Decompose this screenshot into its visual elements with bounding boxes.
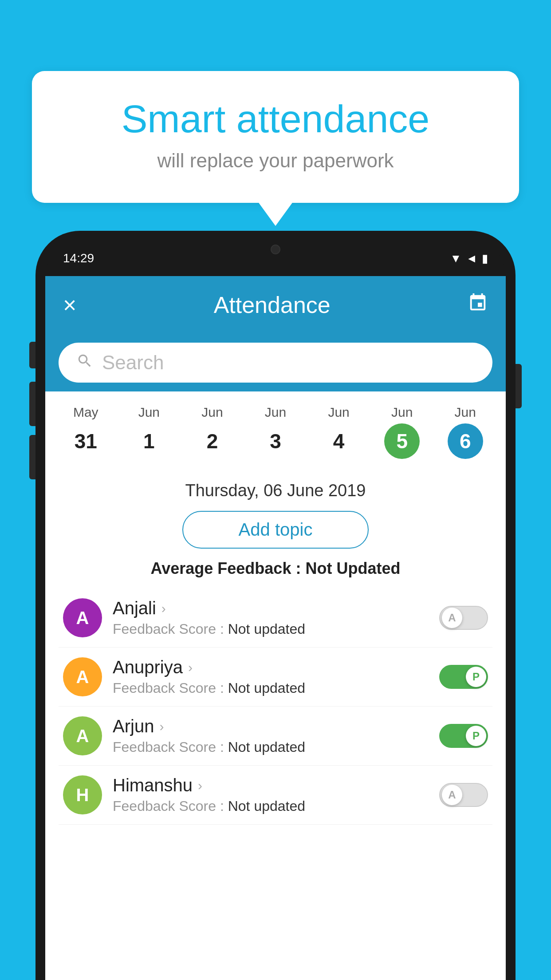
- attendance-toggle-1[interactable]: P: [439, 665, 488, 689]
- phone-frame: 14:29 ▼ ◄ ▮ × Attendance: [35, 231, 516, 980]
- app-header: × Attendance: [45, 276, 506, 334]
- student-avatar-0: A: [63, 598, 102, 637]
- attendance-toggle-3[interactable]: A: [439, 783, 488, 807]
- avg-feedback: Average Feedback : Not Updated: [59, 559, 492, 578]
- chevron-icon-1: ›: [188, 660, 193, 675]
- signal-icon: ◄: [466, 252, 477, 265]
- add-topic-button[interactable]: Add topic: [182, 511, 369, 549]
- student-info-1: Anupriya › Feedback Score : Not updated: [113, 657, 429, 696]
- calendar-strip: May 31 Jun 1 Jun 2 Jun 3 Jun 4 Jun 5: [45, 391, 506, 463]
- volume-down-button: [29, 382, 35, 426]
- student-info-0: Anjali › Feedback Score : Not updated: [113, 598, 429, 637]
- cal-num-4: 4: [321, 423, 357, 459]
- calendar-day-jun5[interactable]: Jun 5: [370, 400, 434, 463]
- search-placeholder: Search: [102, 352, 164, 374]
- content-area: Thursday, 06 June 2019 Add topic Average…: [45, 463, 506, 834]
- power-button: [516, 364, 522, 408]
- cal-month-2: Jun: [181, 405, 244, 420]
- cal-num-2: 2: [194, 423, 230, 459]
- student-item-1[interactable]: A Anupriya › Feedback Score : Not update…: [59, 648, 492, 707]
- search-bar[interactable]: Search: [59, 343, 492, 383]
- chevron-icon-2: ›: [159, 719, 164, 734]
- phone-notch: [249, 241, 302, 258]
- student-name-2: Arjun ›: [113, 716, 429, 736]
- student-feedback-3: Feedback Score : Not updated: [113, 798, 429, 814]
- student-avatar-1: A: [63, 657, 102, 696]
- app-title: Attendance: [90, 292, 454, 318]
- bubble-subtitle: will replace your paperwork: [67, 150, 484, 172]
- toggle-knob-2: P: [466, 726, 486, 746]
- camera: [271, 245, 280, 254]
- search-container: Search: [45, 334, 506, 391]
- toggle-knob-0: A: [442, 608, 462, 628]
- student-list: A Anjali › Feedback Score : Not updated …: [59, 589, 492, 825]
- selected-date: Thursday, 06 June 2019: [59, 481, 492, 500]
- student-feedback-0: Feedback Score : Not updated: [113, 621, 429, 637]
- cal-month-5: Jun: [370, 405, 434, 420]
- calendar-day-jun6[interactable]: Jun 6: [433, 400, 497, 463]
- calendar-icon[interactable]: [468, 292, 488, 318]
- student-avatar-2: A: [63, 716, 102, 755]
- calendar-day-jun1[interactable]: Jun 1: [118, 400, 181, 463]
- cal-num-3: 3: [258, 423, 293, 459]
- close-button[interactable]: ×: [63, 292, 76, 318]
- phone-screen: × Attendance Search May: [45, 276, 506, 980]
- avg-feedback-label: Average Feedback :: [151, 559, 301, 577]
- volume-up-button: [29, 342, 35, 368]
- calendar-day-jun2[interactable]: Jun 2: [181, 400, 244, 463]
- bubble-title: Smart attendance: [67, 98, 484, 141]
- cal-month-0: May: [54, 405, 118, 420]
- cal-num-0: 31: [68, 423, 103, 459]
- student-name-0: Anjali ›: [113, 598, 429, 618]
- battery-icon: ▮: [482, 252, 488, 265]
- attendance-toggle-0[interactable]: A: [439, 606, 488, 630]
- chevron-icon-3: ›: [198, 778, 202, 793]
- student-name-1: Anupriya ›: [113, 657, 429, 677]
- cal-month-6: Jun: [433, 405, 497, 420]
- status-bar: 14:29 ▼ ◄ ▮: [45, 241, 506, 276]
- avg-feedback-value: Not Updated: [305, 559, 400, 577]
- speech-bubble-container: Smart attendance will replace your paper…: [32, 71, 519, 203]
- student-avatar-3: H: [63, 775, 102, 814]
- calendar-day-jun3[interactable]: Jun 3: [244, 400, 307, 463]
- search-icon: [76, 352, 93, 373]
- student-feedback-1: Feedback Score : Not updated: [113, 680, 429, 696]
- status-icons: ▼ ◄ ▮: [450, 252, 488, 265]
- cal-month-1: Jun: [118, 405, 181, 420]
- cal-num-6: 6: [448, 423, 483, 459]
- student-info-2: Arjun › Feedback Score : Not updated: [113, 716, 429, 755]
- student-item-0[interactable]: A Anjali › Feedback Score : Not updated …: [59, 589, 492, 648]
- student-info-3: Himanshu › Feedback Score : Not updated: [113, 775, 429, 814]
- cal-month-3: Jun: [244, 405, 307, 420]
- silent-button: [29, 435, 35, 479]
- toggle-knob-1: P: [466, 667, 486, 687]
- cal-num-1: 1: [131, 423, 167, 459]
- attendance-toggle-2[interactable]: P: [439, 724, 488, 748]
- cal-num-5: 5: [384, 423, 420, 459]
- cal-month-4: Jun: [307, 405, 370, 420]
- student-item-2[interactable]: A Arjun › Feedback Score : Not updated P: [59, 707, 492, 766]
- status-time: 14:29: [63, 251, 94, 265]
- wifi-icon: ▼: [450, 252, 462, 265]
- student-name-3: Himanshu ›: [113, 775, 429, 795]
- toggle-knob-3: A: [442, 785, 462, 805]
- student-item-3[interactable]: H Himanshu › Feedback Score : Not update…: [59, 766, 492, 825]
- calendar-day-may31[interactable]: May 31: [54, 400, 118, 463]
- speech-bubble: Smart attendance will replace your paper…: [32, 71, 519, 203]
- student-feedback-2: Feedback Score : Not updated: [113, 739, 429, 755]
- calendar-day-jun4[interactable]: Jun 4: [307, 400, 370, 463]
- chevron-icon-0: ›: [161, 601, 166, 616]
